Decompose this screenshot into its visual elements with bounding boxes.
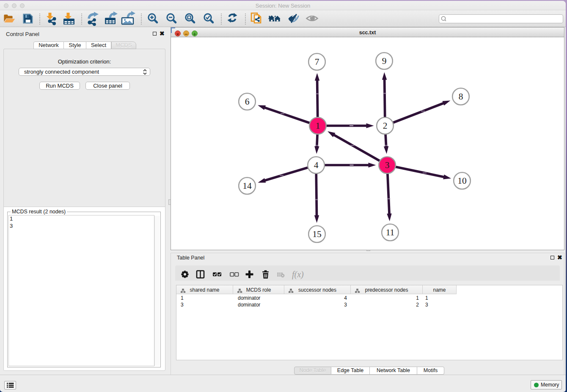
svg-text:2: 2 [383,121,388,131]
svg-text:14: 14 [242,181,252,191]
svg-text:11: 11 [386,227,395,237]
svg-text:f(x): f(x) [292,270,304,279]
svg-text:15: 15 [312,229,322,239]
svg-text:10: 10 [457,176,467,186]
svg-text:6: 6 [245,97,250,107]
svg-text:1: 1 [316,121,320,131]
svg-text:9: 9 [382,56,387,66]
svg-text:8: 8 [459,91,463,102]
svg-text:3: 3 [385,160,390,170]
svg-text:7: 7 [315,57,319,67]
svg-text:4: 4 [314,160,319,170]
